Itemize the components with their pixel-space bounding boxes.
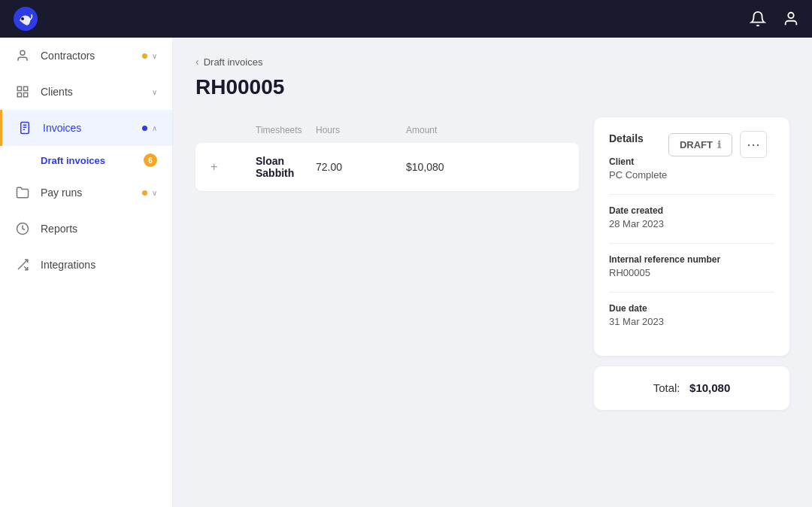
col-timesheets-header: Timesheets: [256, 125, 316, 135]
draft-invoices-label: Draft invoices: [41, 155, 105, 166]
row-hours: 72.00: [316, 161, 406, 173]
internal-ref-label: Internal reference number: [609, 254, 774, 265]
svg-point-2: [788, 13, 793, 18]
breadcrumb-text: Draft invoices: [204, 56, 263, 68]
svg-rect-7: [24, 93, 28, 97]
total-panel: Total: $10,080: [594, 366, 789, 410]
svg-point-1: [21, 17, 24, 20]
row-amount: $10,080: [406, 161, 504, 173]
more-options-icon: ⋯: [747, 136, 760, 153]
integrations-icon: [15, 257, 30, 272]
sidebar-clients-label: Clients: [41, 86, 73, 98]
total-amount: $10,080: [689, 381, 730, 394]
page-header-actions: DRAFT ℹ ⋯: [668, 131, 767, 158]
person-icon: [15, 48, 30, 63]
page-title-area: RH00005 DRAFT ℹ ⋯: [195, 75, 789, 99]
sidebar-pay-runs-label: Pay runs: [41, 187, 82, 199]
draft-status-label: DRAFT: [680, 139, 713, 150]
right-section: Details Client PC Complete Date created …: [594, 117, 789, 410]
sidebar-item-clients[interactable]: Clients ∨: [0, 74, 172, 110]
date-created-label: Date created: [609, 205, 774, 216]
row-name: Sloan Sabbith: [256, 155, 316, 179]
detail-date-created: Date created 28 Mar 2023: [609, 205, 774, 229]
topbar: [0, 0, 812, 38]
due-date-label: Due date: [609, 303, 774, 314]
client-value: PC Complete: [609, 169, 774, 181]
breadcrumb-arrow: ‹: [195, 56, 199, 68]
internal-ref-value: RH00005: [609, 267, 774, 278]
clients-chevron: ∨: [152, 88, 157, 96]
detail-client: Client PC Complete: [609, 156, 774, 181]
divider-3: [609, 292, 774, 293]
breadcrumb[interactable]: ‹ Draft invoices: [195, 56, 789, 68]
sidebar-item-pay-runs[interactable]: Pay runs ∨: [0, 175, 172, 211]
topbar-icons: [749, 10, 800, 28]
invoices-dot: [142, 126, 147, 131]
notifications-icon[interactable]: [749, 10, 767, 28]
sidebar-item-contractors[interactable]: Contractors ∨: [0, 38, 172, 74]
divider-1: [609, 194, 774, 195]
page-title: RH00005: [195, 75, 789, 99]
reports-icon: [15, 221, 30, 236]
divider-2: [609, 243, 774, 244]
invoices-chevron: ∧: [152, 124, 157, 132]
expand-button[interactable]: +: [211, 160, 256, 174]
sidebar-invoices-label: Invoices: [43, 122, 81, 134]
draft-invoices-badge: 6: [144, 153, 157, 167]
sidebar-reports-label: Reports: [41, 223, 77, 235]
col-hours-header: Hours: [316, 125, 406, 135]
info-icon[interactable]: ℹ: [717, 139, 721, 150]
content-grid: Timesheets Hours Amount + Sloan Sabbith …: [195, 117, 789, 410]
main-content: ‹ Draft invoices RH00005 DRAFT ℹ ⋯: [173, 0, 812, 507]
account-icon[interactable]: [782, 10, 800, 28]
sidebar-item-invoices[interactable]: Invoices ∧: [0, 110, 172, 146]
draft-status-badge[interactable]: DRAFT ℹ: [668, 133, 732, 156]
svg-rect-6: [17, 93, 21, 97]
total-label: Total: $10,080: [653, 381, 731, 394]
pay-runs-icon: [15, 185, 30, 200]
sidebar-integrations-label: Integrations: [41, 259, 95, 271]
date-created-value: 28 Mar 2023: [609, 218, 774, 229]
table-header: Timesheets Hours Amount: [195, 117, 579, 143]
sidebar-contractors-label: Contractors: [41, 50, 95, 62]
sidebar-item-integrations[interactable]: Integrations: [0, 247, 172, 283]
detail-internal-ref: Internal reference number RH00005: [609, 254, 774, 278]
contractors-chevron: ∨: [152, 52, 157, 60]
table-section: Timesheets Hours Amount + Sloan Sabbith …: [195, 117, 579, 410]
svg-rect-4: [17, 87, 21, 90]
col-amount-header: Amount: [406, 125, 504, 135]
svg-point-3: [20, 50, 25, 55]
col-actions-header: [504, 125, 564, 135]
sidebar: Contractors ∨ Clients ∨: [0, 0, 173, 507]
detail-due-date: Due date 31 Mar 2023: [609, 303, 774, 327]
svg-rect-5: [24, 87, 28, 90]
sidebar-subitem-draft-invoices[interactable]: Draft invoices 6: [0, 146, 172, 175]
col-plus-header: [211, 125, 256, 135]
pay-runs-dot: [142, 190, 147, 196]
clients-icon: [15, 84, 30, 99]
contractors-dot: [142, 53, 147, 59]
pay-runs-chevron: ∨: [152, 189, 157, 197]
sidebar-item-reports[interactable]: Reports: [0, 211, 172, 247]
due-date-value: 31 Mar 2023: [609, 316, 774, 327]
logo: [12, 5, 39, 32]
more-options-button[interactable]: ⋯: [740, 131, 767, 158]
invoices-icon: [17, 120, 32, 135]
client-label: Client: [609, 156, 774, 167]
table-row: + Sloan Sabbith 72.00 $10,080: [195, 143, 579, 191]
